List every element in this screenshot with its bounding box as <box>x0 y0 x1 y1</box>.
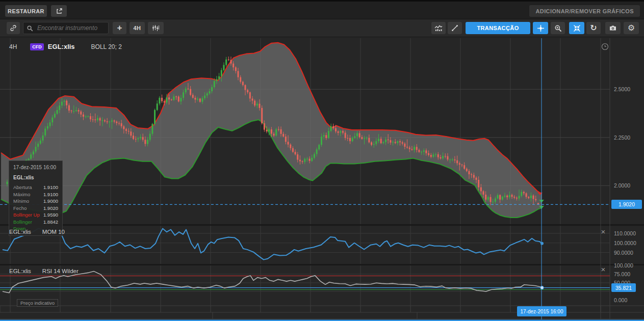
settings-button[interactable]: ⚙ <box>624 22 639 34</box>
mom-axis-label: 110.0000 <box>614 230 636 236</box>
rsi-panel-header: EGL:xlis RSI 14 Wilder <box>9 268 79 274</box>
crosshair-icon <box>537 24 545 32</box>
rsi-value-badge: 35.821 <box>611 283 636 292</box>
price-axis-label: 2.0000 <box>614 182 630 189</box>
rsi-axis-label: 0.000 <box>614 297 627 303</box>
fit-screen-button[interactable] <box>569 22 584 34</box>
tooltip-row: Abertura1.9100 <box>13 184 58 191</box>
rsi-close-button[interactable]: × <box>600 266 607 274</box>
transaction-button[interactable]: TRANSACÇÃO <box>466 22 530 34</box>
gear-icon: ⚙ <box>628 23 635 33</box>
clock-icon[interactable] <box>601 43 609 50</box>
area-chart-icon <box>434 24 443 32</box>
search-icon <box>27 25 33 32</box>
tooltip-symbol: EGL:xlis <box>13 175 58 180</box>
trend-line-icon <box>451 24 458 32</box>
link-chart-button[interactable] <box>7 22 20 34</box>
chart-header: 4H CFD EGL:xlis BOLL 20; 2 <box>9 43 122 50</box>
open-window-button[interactable] <box>51 5 67 17</box>
search-input[interactable] <box>36 24 105 32</box>
mom-panel-header: EGL:xlis MOM 10 <box>9 229 65 235</box>
candlestick-icon <box>152 24 160 32</box>
instrument-search[interactable] <box>23 22 109 34</box>
rsi-axis-label: 100.000 <box>614 262 633 269</box>
chart-toolbar: + 4H TRANSACÇÃO <box>0 19 644 37</box>
external-link-icon <box>56 8 63 15</box>
chart-symbol-label[interactable]: EGL:xlis <box>48 43 75 50</box>
plus-icon: + <box>117 23 122 33</box>
tooltip-date: 17-dez-2015 16:00 <box>13 165 58 170</box>
tooltip-row: Mínimo1.9000 <box>13 198 58 205</box>
interval-button[interactable]: 4H <box>130 22 145 34</box>
draw-line-button[interactable] <box>448 22 462 34</box>
chart-interval-label: 4H <box>9 43 17 50</box>
cfd-badge: CFD <box>30 43 44 50</box>
bollinger-indicator-label[interactable]: BOLL 20; 2 <box>91 43 122 50</box>
zoom-in-icon <box>554 24 562 32</box>
add-remove-charts-button[interactable]: ADICIONAR/REMOVER GRÁFICOS <box>529 5 640 17</box>
ohlc-tooltip: 17-dez-2015 16:00 EGL:xlis Abertura1.910… <box>9 160 63 236</box>
tooltip-row: Fecho1.9020 <box>13 205 58 212</box>
add-instrument-button[interactable]: + <box>113 22 126 34</box>
restore-button[interactable]: RESTAURAR <box>5 5 47 17</box>
crosshair-date-badge: 17-dez-2015 16:00 <box>517 306 566 316</box>
last-price-badge: 1.9020 <box>611 200 642 209</box>
mom-close-button[interactable]: × <box>600 229 607 236</box>
tooltip-row: Máximo1.9100 <box>13 191 58 198</box>
camera-icon <box>609 24 617 32</box>
rsi-symbol-label: EGL:xlis <box>9 268 31 274</box>
indicator-button[interactable] <box>431 22 446 34</box>
chart-style-button[interactable] <box>148 22 164 34</box>
price-axis-label: 2.2500 <box>614 135 630 141</box>
mom-axis-label: 90.0000 <box>614 250 633 256</box>
mom-symbol-label: EGL:xlis <box>9 229 31 235</box>
title-bar: RESTAURAR ADICIONAR/REMOVER GRÁFICOS <box>0 0 644 19</box>
trading-platform: RESTAURAR ADICIONAR/REMOVER GRÁFICOS + 4… <box>0 0 644 321</box>
indicative-price-note: Preço indicativo <box>17 299 58 307</box>
rsi-indicator-label[interactable]: RSI 14 Wilder <box>42 268 79 274</box>
mom-axis-label: 100.0000 <box>614 240 636 246</box>
link-icon <box>10 24 17 32</box>
snapshot-button[interactable] <box>605 22 621 34</box>
price-axis-label: 2.5000 <box>614 86 630 92</box>
crosshair-button[interactable] <box>533 22 548 34</box>
tooltip-row: Bollinger Up1.9590 <box>13 211 58 219</box>
mom-indicator-label[interactable]: MOM 10 <box>42 229 65 235</box>
refresh-icon: ↻ <box>590 23 597 33</box>
refresh-button[interactable]: ↻ <box>586 22 601 34</box>
zoom-button[interactable] <box>551 22 565 34</box>
collapse-arrows-icon <box>573 24 581 32</box>
rsi-axis-label: 75.000 <box>614 271 630 277</box>
